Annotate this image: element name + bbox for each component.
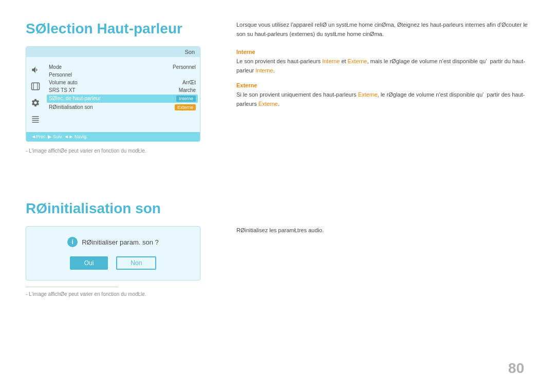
interne-highlight1: Interne: [322, 58, 340, 64]
menu-row-selection: SØlec. de haut-parleur Interne: [47, 95, 198, 103]
menu-row-personnel: Personnel: [49, 71, 196, 79]
menu-row-reinit: RØinitialisation son Externe: [49, 103, 196, 111]
section1-note: - L'image affichØe peut varier en foncti…: [26, 148, 221, 154]
externe-highlight3: Externe: [258, 101, 278, 107]
section1-description: Lorsque vous utilisez l'appareil reliØ u…: [236, 21, 534, 39]
section2-right: RØinitialisez les paramŁtres audio.: [236, 200, 442, 235]
tv-menu-header-label: Son: [184, 49, 195, 55]
dialog-buttons: Oui Non: [36, 256, 190, 270]
section1-right: Lorsque vous utilisez l'appareil reliØ u…: [236, 21, 534, 114]
dialog-question: i RØinitialiser param. son ?: [36, 237, 190, 247]
section2-left: RØinitialisation son i RØinitialiser par…: [26, 200, 221, 297]
page-number: 80: [508, 360, 524, 377]
dialog-box: i RØinitialiser param. son ? Oui Non: [26, 226, 200, 281]
svg-rect-5: [32, 120, 39, 121]
tv-menu-items: Mode Personnel Personnel Volume auto Arr…: [45, 61, 200, 128]
icon-speaker: [30, 64, 41, 76]
externe-body: Si le son provient uniquement des haut-p…: [236, 90, 534, 108]
svg-rect-4: [32, 118, 39, 119]
non-button[interactable]: Non: [116, 256, 156, 270]
externe-title: Externe: [236, 82, 534, 88]
section2-title: RØinitialisation son: [26, 200, 221, 217]
section2-description: RØinitialisez les paramŁtres audio.: [236, 226, 442, 235]
icon-film: [30, 81, 41, 92]
tv-menu: Son Mode P: [26, 46, 200, 142]
menu-row-mode: Mode Personnel: [49, 63, 196, 71]
interne-body: Le son provient des haut-parleurs Intern…: [236, 57, 534, 75]
externe-highlight2: Externe: [358, 91, 378, 98]
divider: [26, 287, 118, 287]
svg-rect-0: [32, 83, 40, 90]
tv-menu-body: Mode Personnel Personnel Volume auto Arr…: [26, 57, 200, 132]
interne-highlight2: Interne: [255, 67, 273, 73]
tv-menu-icons: [26, 61, 45, 128]
oui-button[interactable]: Oui: [70, 256, 108, 270]
interne-title: Interne: [236, 49, 534, 55]
section2-note: - L'image affichØe peut varier en foncti…: [26, 291, 221, 297]
icon-gear: [30, 97, 41, 108]
info-icon: i: [67, 237, 78, 247]
menu-row-srs: SRS TS XT Marche: [49, 86, 196, 94]
section1-title: SØlection Haut-parleur: [26, 21, 221, 37]
icon-list: [30, 114, 41, 125]
tv-menu-footer: ◄Prec. ▶ Suiv. ◄► Navig.: [26, 132, 200, 141]
svg-rect-6: [32, 122, 39, 123]
menu-row-volume-auto: Volume auto ArrŒt: [49, 79, 196, 86]
externe-highlight1: Externe: [347, 58, 367, 64]
section1-left: SØlection Haut-parleur Son: [26, 21, 221, 154]
tv-menu-header: Son: [26, 47, 200, 57]
dialog-question-text: RØinitialiser param. son ?: [82, 238, 159, 246]
svg-rect-3: [32, 116, 39, 117]
